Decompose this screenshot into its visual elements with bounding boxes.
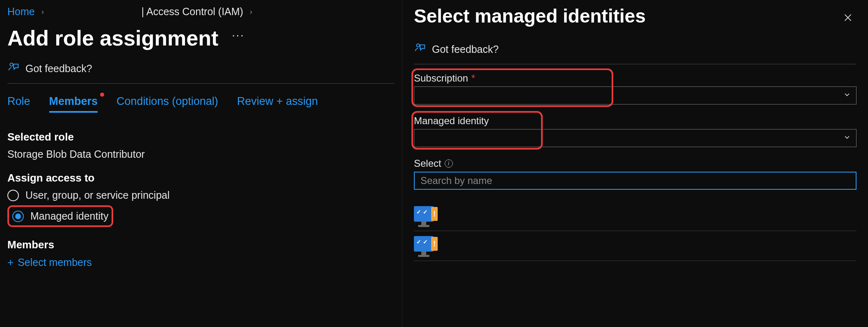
identity-result-row[interactable]: ! [414, 231, 857, 261]
subscription-dropdown[interactable] [414, 86, 857, 104]
members-heading: Members [7, 238, 395, 251]
divider [414, 64, 857, 64]
feedback-icon [7, 61, 20, 76]
radio-icon [12, 211, 24, 222]
radio-label-user: User, group, or service principal [25, 189, 170, 201]
radio-user-group-sp[interactable]: User, group, or service principal [7, 189, 395, 201]
selected-role-value: Storage Blob Data Contributor [7, 148, 395, 160]
selected-role-heading: Selected role [7, 131, 395, 143]
required-asterisk-icon: * [471, 73, 475, 84]
more-actions-button[interactable]: ··· [232, 28, 244, 42]
chevron-right-icon [248, 6, 254, 18]
chevron-down-icon [843, 90, 851, 101]
tab-members[interactable]: Members [49, 95, 98, 112]
subscription-label: Subscription * [414, 73, 857, 84]
close-button[interactable] [839, 9, 857, 29]
plus-icon: + [7, 256, 14, 269]
svg-point-3 [416, 44, 420, 47]
radio-label-mi: Managed identity [30, 210, 108, 222]
select-members-label: Select members [18, 257, 92, 268]
tab-role[interactable]: Role [7, 95, 30, 112]
breadcrumb-access-control[interactable]: | Access Control (IAM) [142, 6, 243, 18]
feedback-icon [414, 42, 426, 57]
tabs: Role Members Conditions (optional) Revie… [7, 84, 395, 119]
assign-access-heading: Assign access to [7, 172, 395, 184]
tab-conditions[interactable]: Conditions (optional) [116, 95, 218, 112]
identity-result-row[interactable]: ! [414, 201, 857, 231]
managed-identity-label: Managed identity [414, 115, 857, 127]
feedback-link[interactable]: Got feedback? [7, 57, 395, 83]
tab-review-assign[interactable]: Review + assign [237, 95, 318, 112]
search-input[interactable] [414, 172, 857, 190]
close-icon [843, 14, 853, 25]
error-dot-icon [100, 93, 104, 97]
managed-identity-dropdown[interactable] [414, 129, 857, 147]
info-icon[interactable]: i [445, 159, 453, 168]
radio-managed-identity[interactable]: Managed identity [12, 210, 108, 222]
managed-identity-icon: ! [414, 236, 439, 259]
select-members-link[interactable]: + Select members [7, 256, 395, 269]
radio-icon [7, 190, 19, 201]
feedback-label: Got feedback? [25, 63, 92, 75]
panel-title: Select managed identities [414, 5, 646, 27]
select-label: Select i [414, 158, 857, 169]
svg-point-0 [10, 63, 13, 66]
panel-feedback-label: Got feedback? [432, 43, 499, 55]
chevron-down-icon [843, 132, 851, 144]
managed-identity-icon: ! [414, 206, 439, 229]
page-title: Add role assignment [7, 26, 218, 50]
breadcrumb: Home | Access Control (IAM) [7, 4, 395, 23]
breadcrumb-home[interactable]: Home [7, 6, 35, 18]
panel-feedback-link[interactable]: Got feedback? [414, 34, 857, 64]
chevron-right-icon [40, 6, 46, 18]
tab-members-label: Members [49, 95, 98, 107]
